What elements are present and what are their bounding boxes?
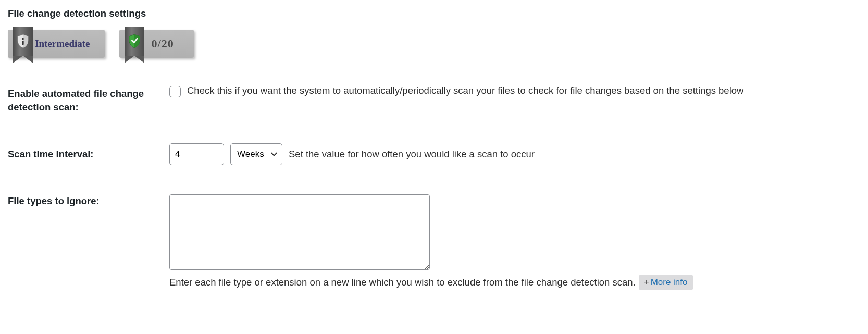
shield-check-icon <box>129 34 140 48</box>
enable-scan-checkbox[interactable] <box>169 86 181 97</box>
ignore-types-textarea[interactable] <box>169 194 430 270</box>
scan-interval-input[interactable] <box>169 143 224 165</box>
more-info-label: More info <box>651 277 688 287</box>
row-enable-scan: Enable automated file change detection s… <box>8 84 860 114</box>
row-scan-interval: Scan time interval: Weeks Set the value … <box>8 143 860 165</box>
scan-interval-help: Set the value for how often you would li… <box>289 147 535 161</box>
scan-interval-label: Scan time interval: <box>8 143 169 161</box>
svg-point-0 <box>22 38 24 40</box>
section-title: File change detection settings <box>8 8 860 19</box>
score-ribbon <box>125 27 144 70</box>
plus-icon: + <box>644 277 649 287</box>
level-badge-label: Intermediate <box>35 38 90 50</box>
score-badge: 0/20 <box>119 30 194 58</box>
level-badge: Intermediate <box>8 30 105 58</box>
row-ignore-types: File types to ignore: Enter each file ty… <box>8 194 860 290</box>
enable-scan-help: Check this if you want the system to aut… <box>187 84 743 97</box>
level-ribbon <box>13 27 33 70</box>
ignore-types-label: File types to ignore: <box>8 194 169 208</box>
more-info-toggle[interactable]: +More info <box>639 275 693 290</box>
ignore-types-help: Enter each file type or extension on a n… <box>169 276 636 289</box>
badges-row: Intermediate 0/20 <box>8 30 860 58</box>
scan-interval-unit-select[interactable]: Weeks <box>230 143 282 165</box>
shield-alert-icon <box>17 34 29 48</box>
enable-scan-label: Enable automated file change detection s… <box>8 84 169 114</box>
svg-rect-1 <box>22 41 23 45</box>
score-badge-value: 0/20 <box>146 37 179 51</box>
